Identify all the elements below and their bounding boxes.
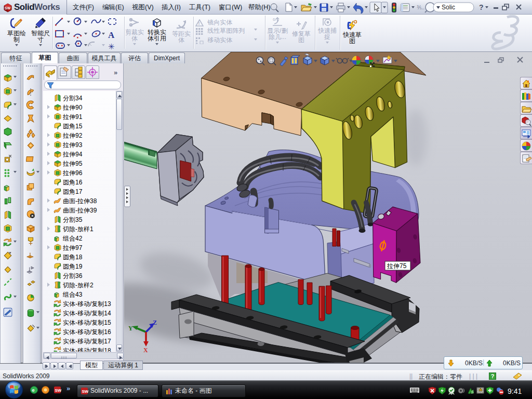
svg-text:SW: SW: [55, 388, 62, 393]
svg-text:Solic: Solic: [442, 4, 455, 11]
svg-text:⅗..: ⅗..: [417, 5, 424, 10]
svg-text:e: e: [32, 388, 35, 393]
svg-text:!: !: [480, 388, 481, 391]
svg-text:SW: SW: [82, 389, 89, 394]
svg-text:6/: 6/: [273, 17, 276, 22]
svg-text:拉伸75: 拉伸75: [387, 262, 407, 270]
svg-text:!: !: [198, 21, 200, 26]
svg-text:Z: Z: [153, 319, 157, 326]
svg-text:?: ?: [479, 3, 484, 11]
svg-text:Y: Y: [128, 325, 133, 332]
svg-text:SW: SW: [5, 6, 11, 10]
svg-text:A: A: [108, 30, 115, 40]
svg-text:X: X: [143, 347, 148, 354]
svg-text:✳: ✳: [108, 42, 115, 51]
